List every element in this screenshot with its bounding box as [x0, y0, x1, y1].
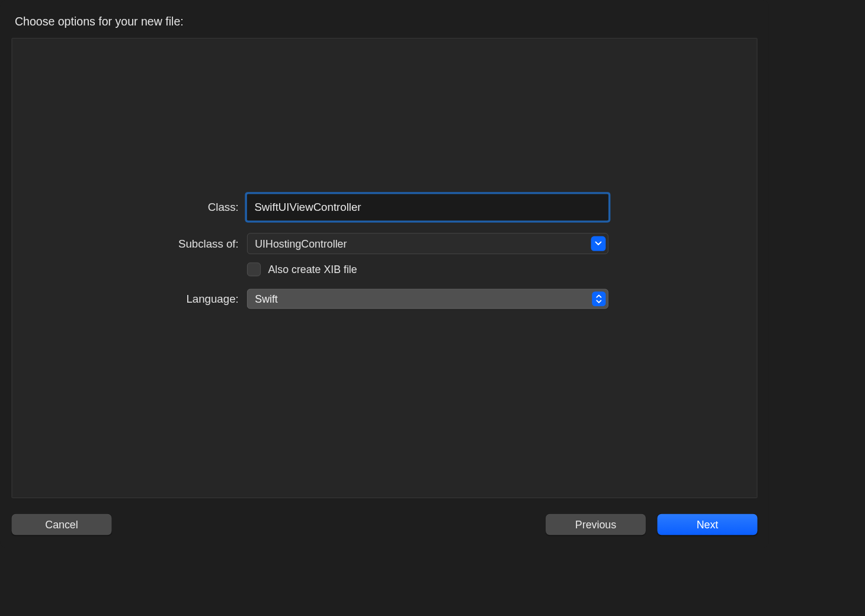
options-panel: Class: Subclass of: UIHostingController … [12, 38, 758, 498]
subclass-combobox[interactable]: UIHostingController [247, 233, 608, 255]
subclass-label: Subclass of: [161, 238, 247, 250]
sheet-title: Choose options for your new file: [12, 12, 758, 38]
language-popup[interactable]: Swift [247, 289, 608, 309]
next-button[interactable]: Next [657, 514, 757, 535]
language-value: Swift [255, 293, 278, 304]
footer-bar: Cancel Previous Next [12, 514, 758, 535]
class-label: Class: [161, 201, 247, 213]
chevron-down-icon[interactable] [591, 236, 606, 251]
create-xib-row: Also create XIB file [247, 262, 608, 276]
footer-right-group: Previous Next [546, 514, 757, 535]
class-field-wrap [247, 194, 608, 220]
new-file-options-sheet: Choose options for your new file: Class:… [0, 0, 769, 548]
previous-button[interactable]: Previous [546, 514, 646, 535]
up-down-arrows-icon[interactable] [592, 291, 606, 306]
create-xib-checkbox[interactable] [247, 262, 261, 276]
class-input[interactable] [247, 194, 608, 220]
subclass-row: Subclass of: UIHostingController [161, 233, 608, 255]
options-form: Class: Subclass of: UIHostingController … [161, 194, 608, 322]
create-xib-label: Also create XIB file [268, 264, 357, 275]
language-row: Language: Swift [161, 289, 608, 309]
subclass-value: UIHostingController [255, 238, 347, 249]
cancel-button[interactable]: Cancel [12, 514, 112, 535]
class-row: Class: [161, 194, 608, 220]
language-label: Language: [161, 293, 247, 305]
